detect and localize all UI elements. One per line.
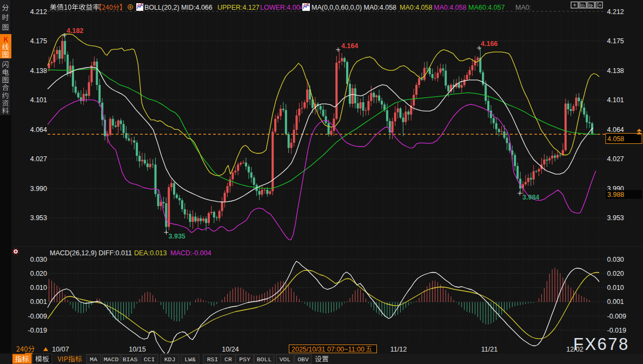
- svg-text:0.020: 0.020: [607, 270, 624, 277]
- svg-text:3.953: 3.953: [30, 214, 47, 222]
- svg-text:4.166: 4.166: [481, 40, 498, 48]
- svg-text:4.027: 4.027: [30, 155, 47, 163]
- svg-text:4.027: 4.027: [607, 155, 624, 163]
- svg-text:MA60:4.057: MA60:4.057: [468, 4, 505, 11]
- svg-text:0.010: 0.010: [30, 284, 47, 292]
- svg-text:PSY: PSY: [239, 356, 250, 363]
- svg-text:3.935: 3.935: [169, 233, 185, 240]
- svg-text:4.175: 4.175: [30, 37, 47, 45]
- svg-text:3.953: 3.953: [607, 214, 624, 222]
- svg-text:BOLL: BOLL: [257, 356, 272, 363]
- svg-text:4.064: 4.064: [30, 126, 47, 134]
- svg-text:4.058: 4.058: [607, 135, 624, 143]
- svg-text:LW&: LW&: [184, 356, 196, 363]
- svg-text:4.212: 4.212: [30, 8, 47, 16]
- svg-text:-0.009: -0.009: [607, 313, 626, 320]
- svg-text:VOL: VOL: [280, 356, 291, 363]
- svg-text:MA0:4.058: MA0:4.058: [434, 4, 467, 11]
- svg-text:4.212: 4.212: [607, 8, 624, 16]
- svg-text:RSI: RSI: [207, 356, 218, 363]
- svg-text:MACD: MACD: [104, 356, 119, 363]
- svg-text:4.101: 4.101: [607, 96, 624, 104]
- svg-text:0.030: 0.030: [30, 256, 47, 263]
- svg-text:0.001: 0.001: [607, 298, 624, 306]
- svg-text:KDJ: KDJ: [164, 356, 176, 363]
- svg-text:4.164: 4.164: [341, 42, 358, 50]
- svg-text:MA: MA: [90, 356, 97, 363]
- svg-text:4.138: 4.138: [30, 67, 47, 75]
- svg-text:3.984: 3.984: [522, 194, 539, 201]
- svg-text:LOWER:4.004: LOWER:4.004: [260, 4, 304, 11]
- svg-text:MA0:: MA0:: [515, 4, 531, 11]
- svg-text:MA0:4.058: MA0:4.058: [400, 4, 433, 11]
- svg-text:11/12: 11/12: [390, 346, 407, 353]
- svg-text:11/21: 11/21: [481, 346, 498, 353]
- svg-text:DEA:0.013: DEA:0.013: [134, 249, 167, 257]
- svg-text:0.010: 0.010: [607, 284, 624, 292]
- svg-text:3.988: 3.988: [607, 191, 624, 198]
- svg-text:0.030: 0.030: [607, 256, 624, 263]
- svg-text:MA(0,0,0,60,0,0) MA0:4.058: MA(0,0,0,60,0,0) MA0:4.058: [311, 4, 396, 11]
- svg-text:2025/10/31 07:00~11:00: 2025/10/31 07:00~11:00: [291, 346, 364, 353]
- svg-text:4.138: 4.138: [607, 67, 624, 75]
- svg-text:4.101: 4.101: [30, 96, 47, 104]
- svg-text:0.020: 0.020: [30, 270, 47, 277]
- svg-text:0.001: 0.001: [30, 298, 47, 306]
- svg-text:CR: CR: [224, 356, 232, 363]
- svg-text:10/15: 10/15: [129, 346, 145, 353]
- svg-text:CCI: CCI: [144, 356, 155, 363]
- svg-text:MACD(26,12,9) DIFF:0.011: MACD(26,12,9) DIFF:0.011: [50, 249, 132, 257]
- svg-text:4.175: 4.175: [607, 37, 624, 45]
- svg-text:-0.009: -0.009: [28, 313, 47, 320]
- svg-text:-0.019: -0.019: [607, 327, 626, 334]
- svg-text:-0.019: -0.019: [28, 327, 47, 334]
- svg-text:4.182: 4.182: [67, 27, 83, 35]
- svg-text:4.064: 4.064: [607, 126, 624, 134]
- svg-text:BIAS: BIAS: [123, 356, 138, 363]
- svg-text:UPPER:4.127: UPPER:4.127: [217, 4, 260, 11]
- svg-text:10/24: 10/24: [222, 346, 238, 353]
- svg-text:10/07: 10/07: [52, 346, 69, 353]
- svg-text:FX678: FX678: [573, 335, 629, 354]
- svg-text:MACD:-0.004: MACD:-0.004: [170, 249, 211, 257]
- svg-text:OBV: OBV: [297, 356, 309, 363]
- svg-text:BOLL(20,2) MID:4.066: BOLL(20,2) MID:4.066: [144, 4, 213, 11]
- svg-text:3.990: 3.990: [30, 185, 47, 193]
